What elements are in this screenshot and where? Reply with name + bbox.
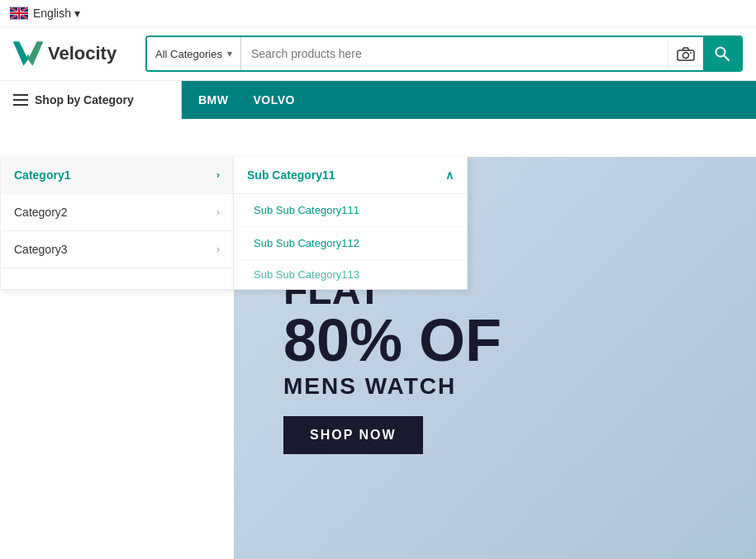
category-sidebar: Category1 › Category2 › Category3 › [0,157,234,290]
subcategory-item-2[interactable]: Sub Sub Category112 [234,227,467,260]
nav-link-bmw[interactable]: BMW [198,93,229,107]
header: Velocity All Categories ▾ [0,27,756,81]
logo-icon [13,39,43,69]
category-1-label: Category1 [14,168,70,182]
banner-subtitle-text: MENS WATCH [283,373,502,400]
subcategory-item-1-label: Sub Sub Category111 [254,204,359,216]
shop-by-category-label: Shop by Category [35,93,134,107]
category-dropdown[interactable]: All Categories ▾ [147,37,241,70]
nav-bar: Shop by Category BMW VOLVO [0,81,756,119]
category-item-1[interactable]: Category1 › [1,157,233,194]
camera-search-button[interactable] [668,37,703,70]
logo-area[interactable]: Velocity [13,39,129,69]
shop-now-button[interactable]: SHOP NOW [283,416,423,454]
svg-line-9 [725,56,730,61]
svg-point-6 [683,53,689,59]
subcategory-header[interactable]: Sub Category11 ∧ [234,157,467,194]
shop-by-category[interactable]: Shop by Category [0,81,182,119]
category-2-label: Category2 [14,206,68,219]
language-selector[interactable]: English ▾ [33,7,80,20]
subcategory-item-3-label: Sub Sub Category113 [254,268,359,281]
category-item-3[interactable]: Category3 › [1,231,233,268]
category-chevron-icon: ▾ [227,48,232,59]
banner-percent-text: 80% OF [283,310,502,370]
hamburger-icon [13,94,28,106]
language-label: English [33,7,71,20]
subcategory-header-label: Sub Category11 [247,168,335,182]
chevron-right-icon-1: › [216,169,220,181]
category-item-2[interactable]: Category2 › [1,194,233,231]
chevron-down-icon: ▾ [74,7,80,20]
subcategory-item-2-label: Sub Sub Category112 [254,237,359,249]
chevron-right-icon-3: › [216,244,220,255]
nav-link-volvo[interactable]: VOLVO [254,93,295,107]
category-label: All Categories [155,48,222,60]
content-area: FLAT 80% OF MENS WATCH SHOP NOW Category… [0,119,756,559]
chevron-right-icon-2: › [216,206,220,218]
nav-links: BMW VOLVO [182,93,311,107]
svg-point-7 [690,52,692,54]
dropdown-container: Category1 › Category2 › Category3 › Sub … [0,157,468,290]
flag-icon [10,7,28,20]
banner-text: FLAT 80% OF MENS WATCH SHOP NOW [283,271,502,454]
subcategory-panel: Sub Category11 ∧ Sub Sub Category111 Sub… [234,157,468,290]
chevron-up-icon: ∧ [445,168,454,182]
search-icon [714,45,730,62]
svg-marker-4 [28,42,43,66]
subcategory-item-1[interactable]: Sub Sub Category111 [234,194,467,227]
search-button[interactable] [703,37,741,70]
search-bar: All Categories ▾ [145,36,743,72]
subcategory-item-3-partial[interactable]: Sub Sub Category113 [234,260,467,289]
search-input[interactable] [241,37,668,70]
language-bar: English ▾ [0,0,756,27]
svg-marker-3 [13,42,28,66]
camera-icon [677,46,695,61]
category-3-label: Category3 [14,243,68,256]
logo-text: Velocity [48,43,116,64]
